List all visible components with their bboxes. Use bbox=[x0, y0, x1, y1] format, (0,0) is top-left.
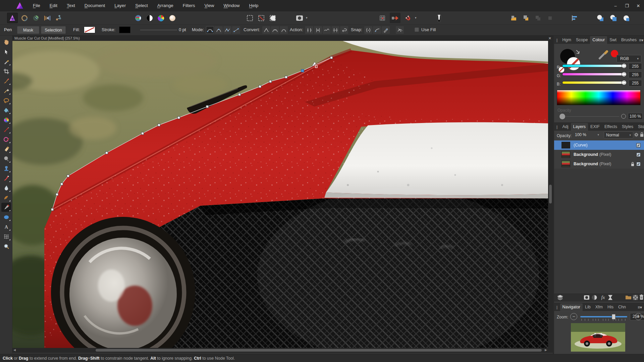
tab-effects[interactable]: Effects bbox=[602, 123, 620, 131]
minimize-button[interactable]: – bbox=[610, 0, 621, 11]
line-mode-button[interactable] bbox=[232, 26, 240, 34]
blue-value[interactable]: 255 bbox=[629, 80, 642, 86]
paint-brush-tool-icon[interactable] bbox=[1, 125, 11, 134]
menu-text[interactable]: Text bbox=[62, 0, 80, 11]
scroll-left-icon[interactable]: ◀ bbox=[13, 348, 16, 352]
blue-slider-knob[interactable] bbox=[622, 80, 626, 85]
auto-colour-icon[interactable] bbox=[156, 13, 166, 23]
panel-drag-handle[interactable]: ∥ bbox=[556, 38, 558, 43]
move-backward-icon[interactable] bbox=[545, 13, 555, 23]
new-mask-layer-icon[interactable] bbox=[584, 295, 590, 300]
colour-mode-dropdown[interactable]: RGB ▾ bbox=[616, 55, 641, 62]
layers-drag-handle[interactable]: ∥ bbox=[556, 125, 558, 129]
polygon-mode-button[interactable] bbox=[223, 26, 231, 34]
flood-fill-tool-icon[interactable] bbox=[1, 106, 11, 115]
tab-stock[interactable]: Stock bbox=[636, 123, 644, 131]
export-persona-icon[interactable] bbox=[53, 13, 64, 23]
document-tab[interactable]: Muscle Car Cut Out [Modified] (257.5%) ✕ bbox=[12, 36, 553, 41]
layer-row-curve[interactable]: (Curve) ✓ bbox=[554, 140, 644, 150]
vertical-scrollbar[interactable] bbox=[548, 41, 553, 353]
green-slider[interactable] bbox=[562, 73, 626, 76]
action-break-curve-button[interactable] bbox=[305, 26, 313, 34]
menu-document[interactable]: Document bbox=[80, 0, 110, 11]
curve-layer-thumbnail[interactable] bbox=[561, 142, 570, 148]
stroke-width-slider[interactable] bbox=[140, 30, 177, 30]
navigator-drag-handle[interactable]: ∥ bbox=[556, 305, 558, 310]
action-close-curve-button[interactable] bbox=[314, 26, 322, 34]
healing-brush-tool-icon[interactable] bbox=[1, 174, 11, 183]
action-reverse-curve-button[interactable] bbox=[340, 26, 348, 34]
layer-row-background-2[interactable]: Background (Pixel) ✓ bbox=[554, 159, 644, 169]
auto-contrast-icon[interactable] bbox=[144, 13, 155, 23]
layers-opacity-dropdown[interactable]: 100 % ▾ bbox=[575, 132, 599, 137]
invert-selection-icon[interactable] bbox=[267, 13, 278, 23]
navigator-panel-menu-icon[interactable]: ≡▾ bbox=[638, 305, 642, 311]
layer-row-background-1[interactable]: Background (Pixel) ✓ bbox=[554, 150, 644, 159]
background-layer-thumbnail[interactable] bbox=[561, 161, 570, 167]
layer-visibility-checkbox[interactable]: ✓ bbox=[636, 162, 641, 166]
scroll-right-icon[interactable]: ▶ bbox=[545, 348, 547, 352]
layer-visibility-checkbox[interactable]: ✓ bbox=[636, 153, 641, 157]
colour-opacity-slider[interactable] bbox=[566, 116, 619, 117]
snap-tangent-button[interactable] bbox=[373, 26, 381, 34]
zoom-out-button[interactable]: − bbox=[570, 313, 577, 320]
text-tool-icon[interactable]: A bbox=[1, 222, 11, 231]
blur-brush-tool-icon[interactable] bbox=[1, 183, 11, 192]
red-slider-knob[interactable] bbox=[622, 64, 626, 68]
deselect-icon[interactable] bbox=[256, 13, 267, 23]
assistant-manager-icon[interactable] bbox=[434, 13, 444, 23]
geometry-subtract-icon[interactable] bbox=[608, 13, 619, 23]
tab-colour[interactable]: Colour bbox=[590, 36, 607, 44]
menu-window[interactable]: Window bbox=[219, 0, 245, 11]
flood-select-tool-icon[interactable] bbox=[1, 86, 11, 95]
tab-transform[interactable]: Xfm bbox=[593, 303, 605, 311]
delete-layer-icon[interactable] bbox=[639, 294, 644, 300]
snap-to-nodes-button[interactable] bbox=[364, 26, 372, 34]
insert-on-top-icon[interactable] bbox=[521, 13, 531, 23]
dodge-brush-tool-icon[interactable] bbox=[1, 154, 11, 163]
snap-handle-button[interactable] bbox=[382, 26, 390, 34]
mask-dropdown-caret[interactable]: ▾ bbox=[306, 16, 308, 19]
freehand-selection-tool-icon[interactable] bbox=[1, 96, 11, 105]
zoom-slider-knob[interactable] bbox=[612, 314, 615, 319]
convert-smart-button[interactable] bbox=[280, 26, 288, 34]
liquify-persona-icon[interactable] bbox=[19, 13, 30, 23]
menu-arrange[interactable]: Arrange bbox=[153, 0, 178, 11]
menu-view[interactable]: View bbox=[200, 0, 219, 11]
mask-button[interactable]: Mask bbox=[17, 26, 39, 34]
close-button[interactable]: ✕ bbox=[633, 0, 644, 11]
live-filter-icon[interactable] bbox=[608, 295, 613, 300]
geometry-add-icon[interactable] bbox=[595, 13, 606, 23]
photo-persona-icon[interactable] bbox=[7, 13, 18, 23]
develop-persona-icon[interactable] bbox=[31, 13, 41, 23]
selected-node[interactable] bbox=[301, 69, 304, 72]
menu-select[interactable]: Select bbox=[130, 0, 153, 11]
colour-opacity-knob[interactable] bbox=[559, 114, 565, 119]
menu-filters[interactable]: Filters bbox=[178, 0, 200, 11]
geometry-divide-icon[interactable] bbox=[621, 13, 632, 23]
red-value[interactable]: 255 bbox=[629, 63, 642, 70]
green-value[interactable]: 255 bbox=[629, 71, 642, 78]
new-adjustment-icon[interactable] bbox=[592, 295, 597, 300]
convert-smooth-button[interactable] bbox=[271, 26, 279, 34]
tab-channels[interactable]: Chn bbox=[616, 303, 628, 311]
vertical-scroll-thumb[interactable] bbox=[549, 185, 552, 203]
pen-mode-button[interactable] bbox=[206, 26, 214, 34]
group-layers-icon[interactable] bbox=[625, 295, 632, 300]
colour-opacity-value[interactable]: 100 % bbox=[628, 113, 643, 120]
layer-stack-icon[interactable] bbox=[557, 295, 564, 300]
horizontal-scroll-thumb[interactable] bbox=[96, 349, 542, 352]
tab-swatches[interactable]: Swt bbox=[607, 36, 619, 44]
layer-visibility-checkbox[interactable]: ✓ bbox=[636, 143, 641, 147]
red-slider[interactable] bbox=[562, 64, 626, 67]
smudge-brush-tool-icon[interactable] bbox=[1, 193, 11, 202]
tab-layers[interactable]: Layers bbox=[571, 123, 588, 131]
menu-layer[interactable]: Layer bbox=[110, 0, 130, 11]
selection-brush-tool-icon[interactable] bbox=[1, 76, 11, 85]
menu-edit[interactable]: Edit bbox=[45, 0, 62, 11]
zoom-slider-track[interactable] bbox=[580, 316, 627, 317]
auto-levels-icon[interactable] bbox=[133, 13, 144, 23]
tab-adjustments[interactable]: Adj bbox=[560, 123, 571, 131]
selection-button[interactable]: Selection bbox=[41, 26, 66, 34]
action-join-curves-button[interactable] bbox=[331, 26, 339, 34]
